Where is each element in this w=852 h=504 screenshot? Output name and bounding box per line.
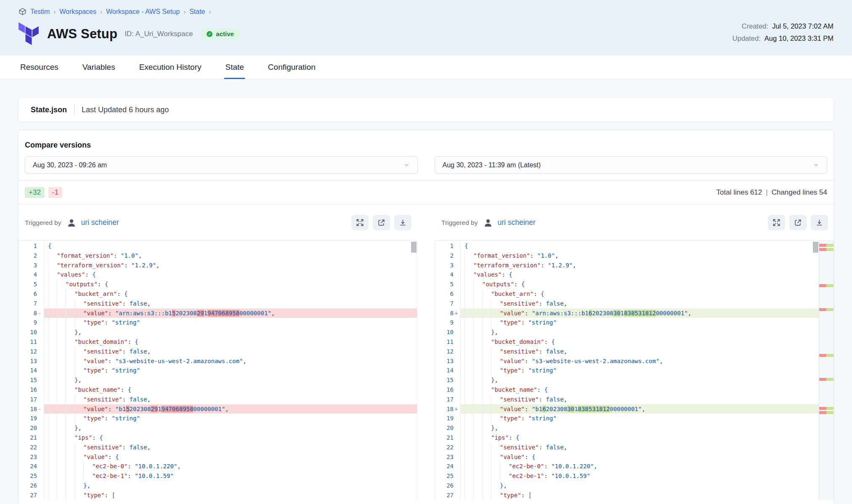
code-line: 14"type": "string" (19, 366, 417, 375)
code-line: 7"sensitive": false, (19, 299, 417, 309)
state-file-last-updated: Last Updated 6 hours ago (82, 106, 169, 114)
changed-lines: Changed lines 54 (772, 188, 827, 197)
avatar-icon (483, 218, 493, 228)
deletions-badge: -1 (48, 187, 62, 198)
code-line: 9"type": "string" (19, 318, 417, 327)
code-line: 2"format_version": "1.0", (435, 251, 833, 261)
code-line: 11"bucket_domain": { (435, 337, 833, 347)
download-icon[interactable] (394, 215, 411, 230)
code-line: 25"ec2-be-1": "10.0.1.59" (435, 471, 833, 481)
code-line: 18+"value": "b16202308301838531812000000… (435, 404, 833, 414)
code-line: 21"ips": { (435, 433, 833, 443)
download-icon[interactable] (811, 215, 828, 230)
breadcrumb-link-state[interactable]: State (189, 8, 205, 16)
page-title: AWS Setup (47, 26, 117, 42)
code-line: 21"ips": { (19, 433, 417, 443)
tab-configuration[interactable]: Configuration (267, 55, 316, 79)
updated-value: Aug 10, 2023 3:31 PM (764, 34, 833, 42)
breadcrumb-link-testim[interactable]: Testim (30, 8, 50, 16)
code-line: 1{ (435, 241, 833, 251)
version-select-right[interactable]: Aug 30, 2023 - 11:39 am (Latest) (435, 156, 828, 174)
breadcrumb: Testim › Workspaces › Workspace - AWS Se… (19, 8, 833, 16)
triggered-by-user-link[interactable]: uri scheiner (497, 218, 535, 227)
expand-icon[interactable] (351, 215, 369, 230)
code-line: 24"ec2-be-0": "10.0.1.220", (19, 462, 417, 471)
code-line: 12"sensitive": false, (435, 347, 833, 356)
code-line: 3"terraform_version": "1.2.9", (435, 261, 833, 270)
diff-ruler-mark (819, 411, 833, 414)
code-line: 1{ (19, 241, 417, 251)
page-header: Testim › Workspaces › Workspace - AWS Se… (0, 0, 852, 55)
chevron-down-icon (403, 162, 410, 168)
breadcrumb-separator: › (209, 8, 211, 15)
diff-ruler-mark (819, 244, 833, 247)
tab-state[interactable]: State (224, 55, 244, 79)
tab-variables[interactable]: Variables (82, 55, 116, 79)
code-line: 26}, (19, 481, 417, 491)
code-line: 26}, (435, 481, 833, 491)
open-external-icon[interactable] (373, 215, 390, 230)
total-lines: Total lines 612 (717, 188, 762, 197)
code-line: 19"type": "string" (19, 414, 417, 423)
breadcrumb-separator: › (100, 8, 102, 15)
chevron-down-icon (813, 162, 819, 168)
code-line: 11"bucket_domain": { (19, 337, 417, 347)
code-line: 20}, (19, 423, 417, 433)
code-line: 13"value": "s3-website-us-west-2.amazona… (19, 356, 417, 366)
diff-panel-left: Triggered by uri scheiner (18, 205, 417, 500)
code-line: 17"sensitive": false, (19, 395, 417, 404)
breadcrumb-link-workspace-aws-setup[interactable]: Workspace - AWS Setup (106, 8, 180, 16)
avatar-icon (66, 218, 77, 228)
code-line: 10}, (19, 327, 417, 337)
breadcrumb-separator: › (183, 8, 186, 15)
scrollbar[interactable] (411, 241, 417, 500)
updated-label: Updated: (733, 34, 761, 42)
workspace-id: ID: A_Uri_Workspace (125, 30, 193, 38)
diff-overview-ruler[interactable] (819, 241, 833, 500)
code-editor-left[interactable]: 1{2"format_version": "1.0",3"terraform_v… (18, 240, 417, 500)
state-file-name: State.json (31, 106, 67, 114)
open-external-icon[interactable] (789, 215, 807, 230)
code-editor-right[interactable]: 1{2"format_version": "1.0",3"terraform_v… (435, 240, 834, 500)
code-line: 17"sensitive": false, (435, 395, 833, 404)
triggered-by-user-link[interactable]: uri scheiner (81, 218, 119, 227)
code-line: 4"values": { (435, 270, 833, 280)
code-line: 22"sensitive": false, (19, 443, 417, 452)
created-label: Created: (742, 22, 768, 30)
panel-header-right: Triggered by uri scheiner (435, 205, 834, 240)
code-line: 5"outputs": { (19, 280, 417, 289)
breadcrumb-separator: › (53, 8, 56, 15)
code-line: 19"type": "string" (435, 414, 833, 423)
expand-icon[interactable] (768, 215, 785, 230)
code-line: 22"sensitive": false, (435, 443, 833, 452)
code-line: 10}, (435, 327, 833, 337)
additions-badge: +32 (25, 187, 45, 198)
code-line: 8-"value": "arn:aws:s3:::b15202308291947… (19, 309, 417, 318)
scrollbar[interactable] (812, 241, 819, 500)
status-check-icon: ✓ (207, 31, 212, 37)
tab-execution-history[interactable]: Execution History (138, 55, 202, 79)
breadcrumb-link-workspaces[interactable]: Workspaces (59, 8, 96, 16)
scrollbar-thumb[interactable] (411, 242, 417, 253)
code-line: 27"type": [ (19, 491, 417, 500)
compare-versions-card: Compare versions Aug 30, 2023 - 09:26 am… (18, 129, 834, 504)
code-line: 27"type": [ (435, 491, 833, 500)
code-line: 6"bucket_arn": { (19, 289, 417, 299)
divider (74, 105, 74, 115)
scrollbar-thumb[interactable] (813, 242, 818, 253)
code-line: 15}, (19, 375, 417, 385)
code-line: 2"format_version": "1.0", (19, 251, 417, 261)
code-line: 14"type": "string" (435, 366, 833, 375)
diff-panel-right: Triggered by uri scheiner (435, 205, 834, 500)
triggered-by-label: Triggered by (441, 219, 478, 227)
code-line: 23"value": { (19, 452, 417, 462)
code-line: 18-"value": "b15202308291947068958000000… (19, 404, 417, 414)
workspace-meta: Created: Jul 5, 2023 7:02 AM Updated: Au… (733, 22, 833, 42)
diff-ruler-mark (819, 248, 833, 251)
tab-resources[interactable]: Resources (19, 55, 59, 79)
code-line: 16"bucket_name": { (435, 385, 833, 395)
code-line: 8+"value": "arn:aws:s3:::b16202308301838… (435, 309, 833, 318)
code-line: 6"bucket_arn": { (435, 289, 833, 299)
version-select-left[interactable]: Aug 30, 2023 - 09:26 am (25, 156, 418, 174)
code-line: 12"sensitive": false, (19, 347, 417, 356)
